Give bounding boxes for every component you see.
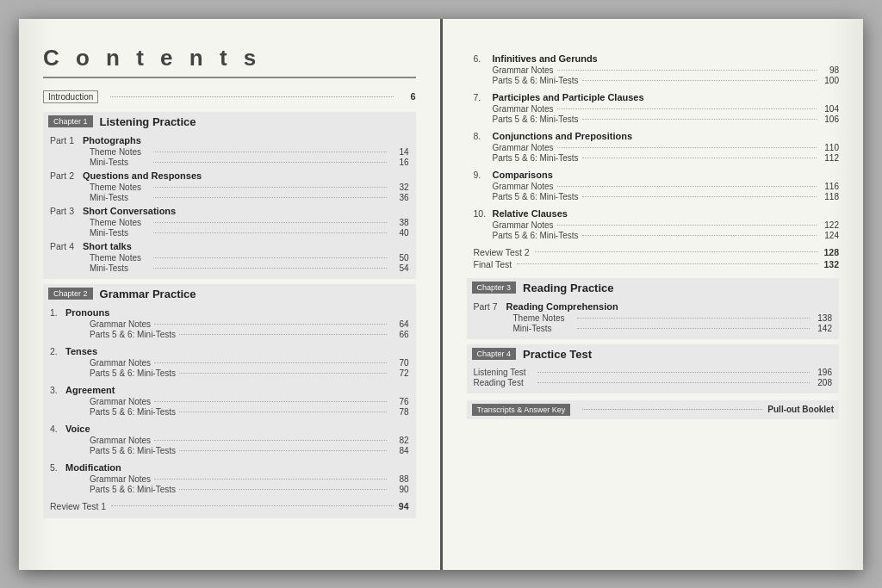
part4-mini-label: Mini-Tests (90, 263, 150, 273)
intro-row: Introduction 6 (43, 90, 416, 103)
chapter2-tag: Chapter 2 (48, 288, 93, 300)
part3-mini-page: 40 (390, 228, 409, 238)
part3-row: Part 3 Short Conversations (50, 206, 409, 216)
chapter3-header: Chapter 3 Reading Practice (467, 278, 840, 298)
book: C o n t e n t s Introduction 6 Chapter 1… (19, 19, 863, 570)
part2-row: Part 2 Questions and Responses (50, 170, 409, 181)
chapter2-header: Chapter 2 Grammar Practice (43, 284, 416, 304)
num-1: 1. (50, 307, 65, 318)
part1-mini-label: Mini-Tests (90, 158, 150, 167)
chapter4-header: Chapter 4 Practice Test (467, 344, 840, 364)
part1-sub2: Mini-Tests 16 (50, 158, 409, 167)
transcripts-tag: Transcripts & Answer Key (472, 404, 571, 416)
chapter2-title: Grammar Practice (100, 288, 196, 300)
grammar-item-8: 8. Conjunctions and Prepositions Grammar… (467, 131, 840, 163)
grammar-item-7: 7. Participles and Participle Clauses Gr… (467, 92, 840, 124)
part3-title: Short Conversations (83, 206, 176, 216)
part4-sub2: Mini-Tests 54 (50, 263, 409, 273)
part3-theme-label: Theme Notes (90, 218, 150, 227)
part3-theme-page: 38 (390, 218, 409, 227)
part4-mini-page: 54 (390, 263, 409, 273)
chapter1-title: Listening Practice (100, 115, 196, 128)
grammar-item-3: 3. Agreement Grammar Notes 76 Parts 5 & … (50, 385, 409, 417)
review-test2: Review Test 2 128 (467, 247, 840, 257)
grammar-item-1: 1. Pronouns Grammar Notes 64 Parts 5 & 6… (50, 307, 409, 339)
part3-sub1: Theme Notes 38 (50, 218, 409, 227)
chapter4-tag: Chapter 4 (472, 348, 517, 360)
grammar-item-4: 4. Voice Grammar Notes 82 Parts 5 & 6: M… (50, 424, 409, 455)
part3-label: Part 3 (50, 206, 83, 216)
title-pronouns: Pronouns (65, 307, 109, 318)
part4-label: Part 4 (50, 241, 83, 251)
part1-title: Photographs (83, 135, 141, 145)
part7-row: Part 7 Reading Comprehension (474, 301, 833, 312)
chapter3-title: Reading Practice (523, 282, 614, 294)
part1-row: Part 1 Photographs (50, 135, 409, 145)
chapter4-content: Listening Test 196 Reading Test 208 (467, 368, 840, 393)
part1-mini-page: 16 (390, 158, 409, 167)
part4-theme-page: 50 (390, 253, 409, 263)
part3-mini-label: Mini-Tests (90, 228, 150, 238)
part2-theme-page: 32 (390, 183, 409, 192)
part1-label: Part 1 (50, 135, 83, 145)
chapter3-content: Part 7 Reading Comprehension Theme Notes… (467, 301, 840, 339)
part3-sub2: Mini-Tests 40 (50, 228, 409, 238)
review-test1: Review Test 1 94 (50, 501, 409, 511)
chapter1-content: Part 1 Photographs Theme Notes 14 Mini-T… (43, 135, 416, 279)
part2-theme-label: Theme Notes (90, 183, 150, 192)
chapter1-block: Chapter 1 Listening Practice Part 1 Phot… (43, 112, 416, 279)
chapter1-tag: Chapter 1 (48, 115, 93, 127)
intro-dots (110, 96, 393, 97)
part2-sub1: Theme Notes 32 (50, 183, 409, 192)
intro-label: Introduction (43, 90, 98, 103)
part4-row: Part 4 Short talks (50, 241, 409, 251)
part2-mini-label: Mini-Tests (90, 193, 150, 202)
part4-title: Short talks (83, 241, 132, 251)
part2-title: Questions and Responses (83, 170, 202, 181)
grammar-item-5: 5. Modification Grammar Notes 88 Parts 5… (50, 462, 409, 494)
part1-theme-label: Theme Notes (90, 147, 150, 157)
part4-theme-label: Theme Notes (90, 253, 150, 263)
chapter1-header: Chapter 1 Listening Practice (43, 112, 416, 132)
part1-theme-page: 14 (390, 147, 409, 157)
intro-page: 6 (399, 91, 416, 102)
chapter4-block: Chapter 4 Practice Test Listening Test 1… (467, 344, 840, 393)
part2-mini-page: 36 (390, 193, 409, 202)
grammar-item-9: 9. Comparisons Grammar Notes 116 Parts 5… (467, 170, 840, 201)
part2-sub2: Mini-Tests 36 (50, 193, 409, 202)
part4-sub1: Theme Notes 50 (50, 253, 409, 263)
grammar-item-2: 2. Tenses Grammar Notes 70 Parts 5 & 6: … (50, 346, 409, 378)
left-page: C o n t e n t s Introduction 6 Chapter 1… (19, 19, 443, 570)
grammar-item-6: 6. Infinitives and Gerunds Grammar Notes… (467, 53, 840, 85)
transcripts-value: Pull-out Booklet (767, 405, 834, 414)
chapter2-content: 1. Pronouns Grammar Notes 64 Parts 5 & 6… (43, 307, 416, 518)
final-test: Final Test 132 (467, 259, 840, 269)
contents-title: C o n t e n t s (43, 45, 416, 78)
chapter2-block: Chapter 2 Grammar Practice 1. Pronouns G… (43, 284, 416, 518)
right-page: 6. Infinitives and Gerunds Grammar Notes… (443, 19, 864, 570)
chapter3-block: Chapter 3 Reading Practice Part 7 Readin… (467, 278, 840, 339)
transcripts-row: Transcripts & Answer Key Pull-out Bookle… (467, 400, 840, 419)
chapter3-tag: Chapter 3 (472, 282, 517, 294)
part1-sub1: Theme Notes 14 (50, 147, 409, 157)
right-content: 6. Infinitives and Gerunds Grammar Notes… (467, 45, 840, 419)
grammar-item-10: 10. Relative Clauses Grammar Notes 122 P… (467, 208, 840, 240)
chapter4-title: Practice Test (523, 348, 592, 361)
transcripts-dots (582, 409, 762, 410)
part2-label: Part 2 (50, 170, 83, 181)
